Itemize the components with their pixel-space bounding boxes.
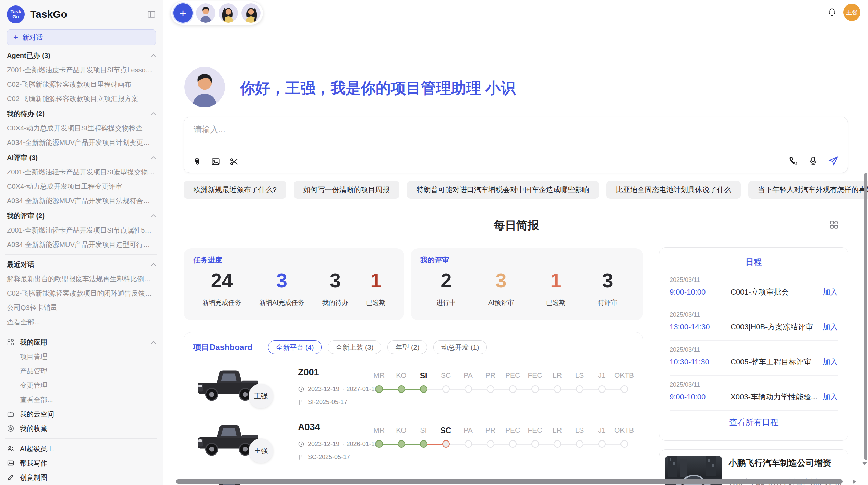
project-dashboard-card: 项目Dashboard 全新平台 (4) 全新上装 (3) 年型 (2) 动总开… xyxy=(184,332,643,485)
project-row-z001[interactable]: 王强 Z001 2023-12-19 ~ 2027-01-19 SI-2025-… xyxy=(196,364,635,419)
new-chat-button[interactable]: + 新对话 xyxy=(7,29,156,45)
sidebar-item-change-mgmt[interactable]: 变更管理 xyxy=(5,378,158,393)
group-title-label: 我的评审 (2) xyxy=(7,211,45,221)
sidebar: Task Go TaskGo + 新对话 Agent已办 (3) Z001-全新… xyxy=(0,0,163,485)
milestone-dot xyxy=(412,440,435,448)
logo-row: Task Go TaskGo xyxy=(5,3,158,25)
milestone-dot xyxy=(479,385,502,393)
flag-icon xyxy=(298,454,304,460)
filter-powertrain[interactable]: 动总开发 (1) xyxy=(433,340,487,354)
project-row-a034[interactable]: 王强 A034 2023-12-19 ~ 2026-01-19 SC-2025-… xyxy=(196,419,635,473)
filter-new-platform[interactable]: 全新平台 (4) xyxy=(268,340,322,354)
people-icon xyxy=(7,445,14,452)
event-time: 9:00-10:00 xyxy=(670,288,731,297)
group-ai-review[interactable]: AI评审 (3) xyxy=(5,151,158,165)
sidebar-item-my-apps[interactable]: 我的应用 xyxy=(5,335,158,349)
sidebar-item-product-mgmt[interactable]: 产品管理 xyxy=(5,364,158,378)
microphone-icon[interactable] xyxy=(808,156,818,166)
chevron-up-icon xyxy=(151,341,156,344)
vertical-scrollbar[interactable] xyxy=(864,173,867,460)
milestone-dot-overdue xyxy=(435,440,457,448)
milestone-dot xyxy=(412,385,435,393)
list-item[interactable]: A034-全新新能源MUV产品开发项目计划变更表编写 xyxy=(5,135,158,150)
avatar[interactable] xyxy=(241,3,261,23)
event-title: X003-车辆动力学性能验... xyxy=(731,392,819,402)
view-all-schedule[interactable]: 查看所有日程 xyxy=(670,417,838,428)
filter-new-body[interactable]: 全新上装 (3) xyxy=(328,340,381,354)
avatar[interactable] xyxy=(196,3,215,23)
attachment-icon[interactable] xyxy=(192,157,202,166)
sidebar-item-favorites[interactable]: 我的收藏 xyxy=(5,421,158,436)
view-all-chats[interactable]: 查看全部... xyxy=(5,315,158,329)
schedule-title: 日程 xyxy=(670,257,838,268)
suggestion-chip[interactable]: 欧洲新规最近颁布了什么? xyxy=(184,181,286,199)
layout-grid-icon[interactable] xyxy=(829,220,839,230)
list-item[interactable]: C02-飞腾新能源轻客改款项目里程碑画布 xyxy=(5,77,158,91)
list-item[interactable]: A034-全新新能源MUV产品开发项目造型可行性评审 xyxy=(5,237,158,252)
add-conversation-button[interactable]: + xyxy=(173,3,193,23)
flag-icon xyxy=(298,399,304,406)
group-recent-chats[interactable]: 最近对话 xyxy=(5,258,158,272)
list-item[interactable]: Z001-全新燃油轻卡产品开发项目SI造型提交物评审 xyxy=(5,165,158,179)
list-item[interactable]: C02-飞腾新能源轻客改款项目立项汇报方案 xyxy=(5,91,158,106)
divider xyxy=(5,332,157,332)
list-item[interactable]: Z001-全新燃油皮卡产品开发项目SI节点Lesson Learn报告 xyxy=(5,63,158,77)
stat-overdue: 1 已逾期 xyxy=(546,270,566,307)
milestone-dot xyxy=(457,440,479,448)
schedule-event: 2025/03/11 9:00-10:00 X003-车辆动力学性能验... 加… xyxy=(670,376,838,411)
stat-ai-done: 3 新增AI完成任务 xyxy=(259,270,304,307)
group-my-todo[interactable]: 我的待办 (2) xyxy=(5,107,158,121)
collapse-sidebar-icon[interactable] xyxy=(147,10,156,19)
phone-icon[interactable] xyxy=(788,156,798,166)
list-item[interactable]: Z001-全新燃油轻卡产品开发项目SI节点属性5D文件评审 xyxy=(5,223,158,237)
chat-input[interactable] xyxy=(193,123,839,149)
group-agent-done[interactable]: Agent已办 (3) xyxy=(5,49,158,63)
taskgo-app: Task Go TaskGo + 新对话 Agent已办 (3) Z001-全新… xyxy=(0,0,868,485)
image-upload-icon[interactable] xyxy=(211,157,220,166)
sidebar-item-help-write[interactable]: 帮我写作 xyxy=(5,456,158,470)
conversation-pill: + xyxy=(171,1,263,25)
schedule-event: 2025/03/11 13:00-14:30 C003|H0B-方案冻结评审 加… xyxy=(670,306,838,341)
chat-composer xyxy=(184,117,848,173)
join-button[interactable]: 加入 xyxy=(823,357,838,367)
list-item[interactable]: C02-飞腾新能源轻客改款项目的闭环通告反馈情况 xyxy=(5,286,158,300)
filter-year-model[interactable]: 年型 (2) xyxy=(387,340,427,354)
notification-bell-icon[interactable] xyxy=(827,8,837,17)
horizontal-scrollbar[interactable] xyxy=(176,479,843,484)
scroll-down-arrow[interactable] xyxy=(862,462,867,465)
chevron-up-icon xyxy=(151,54,156,57)
list-item[interactable]: 公司Q3轻卡销量 xyxy=(5,300,158,315)
sidebar-item-creative-draw[interactable]: 创意制图 xyxy=(5,470,158,485)
suggestion-chip[interactable]: 特朗普可能对进口汽车增税会对中国车企造成哪些影响 xyxy=(407,181,599,199)
suggestion-chip[interactable]: 当下年轻人对汽车外观有怎样的喜好趋势 xyxy=(748,181,868,199)
list-item[interactable]: A034-全新新能源MUV产品开发项目法规符合性评审 xyxy=(5,194,158,208)
help-write-label: 帮我写作 xyxy=(20,459,47,468)
group-title-label: AI评审 (3) xyxy=(7,153,38,162)
avatar[interactable] xyxy=(219,3,238,23)
sidebar-item-ai-employee[interactable]: AI超级员工 xyxy=(5,442,158,456)
view-all-apps[interactable]: 查看全部... xyxy=(5,393,158,407)
scroll-right-arrow[interactable] xyxy=(853,479,856,484)
event-time: 13:00-14:30 xyxy=(670,323,731,332)
join-button[interactable]: 加入 xyxy=(823,392,838,402)
chevron-up-icon xyxy=(151,112,156,115)
milestone-dot xyxy=(502,385,524,393)
sidebar-item-project-mgmt[interactable]: 项目管理 xyxy=(5,349,158,364)
send-icon[interactable] xyxy=(828,156,839,166)
image-icon xyxy=(7,459,14,467)
list-item[interactable]: C0X4-动力总成开发项目SI里程碑提交物检查 xyxy=(5,121,158,135)
join-button[interactable]: 加入 xyxy=(823,287,838,297)
my-apps-label: 我的应用 xyxy=(20,338,47,347)
user-avatar[interactable]: 王强 xyxy=(843,4,860,21)
plus-icon: + xyxy=(13,33,18,42)
sidebar-item-cloud-space[interactable]: 我的云空间 xyxy=(5,407,158,421)
greeting-text: 你好，王强，我是你的项目管理助理 小识 xyxy=(240,78,516,98)
scissors-icon[interactable] xyxy=(229,157,239,166)
suggestion-chip[interactable]: 如何写一份清晰的项目周报 xyxy=(294,181,399,199)
list-item[interactable]: 解释最新出台的欧盟报废车法规再生塑料比例被调至15%... xyxy=(5,272,158,286)
suggestion-chip[interactable]: 比亚迪全固态电池计划具体说了什么 xyxy=(606,181,741,199)
group-my-review[interactable]: 我的评审 (2) xyxy=(5,209,158,223)
list-item[interactable]: C0X4-动力总成开发项目工程变更评审 xyxy=(5,179,158,194)
event-date: 2025/03/11 xyxy=(670,276,838,284)
join-button[interactable]: 加入 xyxy=(823,322,838,332)
